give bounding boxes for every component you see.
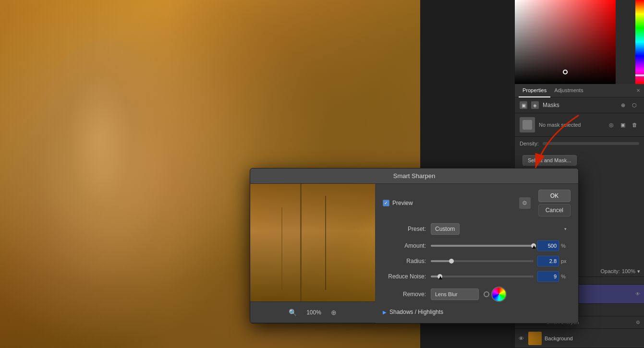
layer-item-background[interactable]: 👁 Background bbox=[515, 329, 644, 348]
select-mask-area: Select and Mask... bbox=[515, 150, 644, 170]
masks-add-icons: ⊕ ⬡ bbox=[618, 100, 639, 110]
color-picker[interactable] bbox=[515, 0, 644, 84]
radius-slider-track[interactable] bbox=[431, 260, 534, 262]
amount-slider-thumb[interactable]: ▲ bbox=[531, 243, 536, 248]
amount-label: Amount: bbox=[383, 242, 431, 249]
reduce-noise-slider-thumb[interactable]: ▲ bbox=[437, 274, 442, 279]
preset-select[interactable]: Custom Default bbox=[431, 223, 460, 235]
remove-select[interactable]: Gaussian Blur Lens Blur Motion Blur bbox=[431, 288, 479, 300]
density-label: Density: bbox=[520, 141, 539, 146]
radius-slider-thumb[interactable] bbox=[449, 259, 454, 264]
smart-sharpen-settings[interactable]: ⚙ bbox=[636, 320, 640, 325]
layer1-visibility[interactable]: 👁 bbox=[635, 291, 640, 297]
mask-delete-icon[interactable]: 🗑 bbox=[630, 120, 639, 130]
reduce-noise-label: Reduce Noise: bbox=[383, 273, 431, 280]
reduce-noise-value-input[interactable] bbox=[537, 271, 559, 282]
dialog-title: Smart Sharpen bbox=[393, 172, 435, 180]
mask-action-icons: ◎ ▣ 🗑 bbox=[607, 120, 639, 130]
mask-filter-icon[interactable]: ◎ bbox=[607, 120, 616, 130]
opacity-dropdown-icon[interactable]: ▾ bbox=[637, 268, 640, 275]
background-eye-icon[interactable]: 👁 bbox=[519, 336, 525, 341]
color-wheel[interactable] bbox=[491, 287, 507, 302]
dialog-body: 🔍 100% ⊕ ✓ Preview ⚙ bbox=[250, 184, 578, 323]
color-cursor[interactable] bbox=[563, 70, 568, 74]
tab-adjustments[interactable]: Adjustments bbox=[550, 84, 587, 97]
mask-apply-icon[interactable]: ▣ bbox=[618, 120, 628, 130]
preview-label: Preview bbox=[392, 200, 413, 206]
angle-outer-circle bbox=[484, 291, 489, 297]
mask-thumb-inner bbox=[522, 120, 532, 130]
tab-properties[interactable]: Properties bbox=[519, 84, 550, 97]
shadows-highlights-section[interactable]: ▶ Shadows / Highlights bbox=[383, 307, 571, 317]
layers-section-icons: Opacity: 100% ▾ bbox=[601, 268, 641, 275]
radius-slider-container bbox=[431, 260, 534, 262]
preset-select-wrapper: Custom Default ▾ bbox=[431, 223, 571, 235]
panel-close-icon[interactable]: ✕ bbox=[636, 88, 640, 93]
highlights-label: Shadows / Highlights bbox=[389, 309, 443, 315]
dialog-overlay: Smart Sharpen 🔍 100% bbox=[250, 168, 579, 324]
hue-bar[interactable] bbox=[635, 0, 644, 84]
dialog-preview[interactable]: 🔍 100% ⊕ bbox=[250, 184, 375, 323]
settings-icon[interactable]: ⚙ bbox=[519, 197, 531, 209]
zoom-in-icon[interactable]: ⊕ bbox=[331, 309, 337, 316]
dialog-controls: ✓ Preview ⚙ OK Cancel Preset: bbox=[375, 184, 578, 323]
panel-tabs: Properties Adjustments ✕ bbox=[515, 84, 644, 97]
amount-row: Amount: ▲ % bbox=[383, 240, 571, 251]
radius-row: Radius: px bbox=[383, 256, 571, 266]
reduce-noise-slider-track[interactable]: ▲ bbox=[431, 276, 534, 277]
remove-row: Remove: Gaussian Blur Lens Blur Motion B… bbox=[383, 287, 571, 302]
vector-mask-icon: ◈ bbox=[531, 101, 539, 109]
radius-unit: px bbox=[561, 258, 571, 264]
pixel-mask-icon: ▣ bbox=[520, 101, 527, 109]
zoom-out-icon[interactable]: 🔍 bbox=[289, 309, 297, 316]
remove-select-wrapper: Gaussian Blur Lens Blur Motion Blur bbox=[431, 288, 479, 300]
preset-label: Preset: bbox=[383, 226, 431, 232]
amount-slider-track[interactable]: ▲ bbox=[431, 245, 534, 247]
color-gradient[interactable] bbox=[515, 0, 616, 84]
add-vector-mask-btn[interactable]: ⬡ bbox=[630, 100, 639, 110]
radius-slider-fill bbox=[431, 260, 451, 262]
hue-indicator bbox=[635, 74, 644, 76]
no-mask-text: No mask selected bbox=[539, 122, 581, 128]
masks-label: Masks bbox=[543, 102, 559, 108]
opacity-value: 100% bbox=[622, 268, 635, 275]
mask-thumbnail bbox=[520, 117, 535, 132]
ok-button[interactable]: OK bbox=[538, 190, 571, 202]
opacity-label: Opacity: bbox=[601, 268, 620, 275]
amount-slider-fill bbox=[431, 245, 534, 247]
cancel-button[interactable]: Cancel bbox=[538, 204, 571, 216]
no-mask-row: No mask selected ◎ ▣ 🗑 bbox=[515, 113, 644, 137]
add-pixel-mask-btn[interactable]: ⊕ bbox=[618, 100, 628, 110]
dialog-top-row: ✓ Preview ⚙ OK Cancel bbox=[383, 190, 571, 216]
preset-row: Preset: Custom Default ▾ bbox=[383, 223, 571, 235]
amount-value-input[interactable] bbox=[537, 240, 559, 251]
reduce-noise-row: Reduce Noise: ▲ % bbox=[383, 271, 571, 282]
radius-label: Radius: bbox=[383, 258, 431, 264]
density-bar[interactable] bbox=[543, 142, 639, 145]
highlights-arrow-icon: ▶ bbox=[383, 310, 387, 315]
smart-sharpen-dialog: Smart Sharpen 🔍 100% bbox=[250, 168, 579, 324]
amount-unit: % bbox=[561, 243, 571, 249]
reduce-noise-unit: % bbox=[561, 274, 571, 279]
masks-header: ▣ ◈ Masks ⊕ ⬡ bbox=[515, 97, 644, 113]
remove-controls bbox=[484, 287, 507, 302]
amount-slider-container: ▲ bbox=[431, 245, 534, 247]
zoom-level: 100% bbox=[306, 309, 321, 316]
background-name: Background bbox=[545, 336, 640, 341]
preset-arrow-icon: ▾ bbox=[564, 227, 567, 231]
preview-checkbox-area: ✓ Preview bbox=[383, 200, 515, 206]
preview-checkbox[interactable]: ✓ bbox=[383, 200, 389, 206]
select-and-mask-button[interactable]: Select and Mask... bbox=[522, 155, 577, 166]
preview-image[interactable] bbox=[250, 184, 375, 301]
density-row: Density: bbox=[515, 137, 644, 150]
dialog-titlebar: Smart Sharpen bbox=[250, 168, 578, 184]
preview-toolbar: 🔍 100% ⊕ bbox=[250, 301, 375, 323]
bg-thumb-img bbox=[528, 332, 542, 345]
radius-value-input[interactable] bbox=[537, 256, 559, 266]
remove-label: Remove: bbox=[383, 291, 431, 298]
reduce-noise-slider-container: ▲ bbox=[431, 276, 534, 277]
background-thumbnail bbox=[528, 332, 542, 345]
